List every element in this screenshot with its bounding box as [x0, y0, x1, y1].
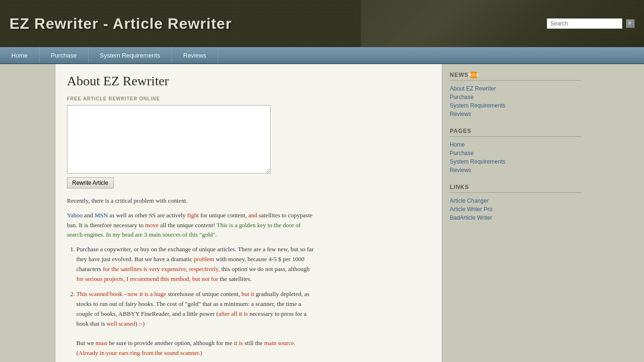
sidebar-link-article-changer[interactable]: Article Changer: [450, 197, 581, 205]
article-textarea[interactable]: [67, 105, 271, 173]
sidebar-pages-section: PAGES Home Purchase System Requirements …: [450, 128, 581, 174]
sidebar-news-about[interactable]: About EZ Rewriter: [450, 84, 581, 93]
textarea-wrapper: [67, 105, 430, 173]
body-paragraph-1: Yahoo and MSN as well as other SS are ac…: [67, 211, 317, 240]
sidebar-news-purchase[interactable]: Purchase: [450, 93, 581, 101]
free-label: FREE ARTICLE REWRITER ONLINE: [67, 96, 430, 101]
text-golden: This is a golden key to the door of sear…: [67, 222, 301, 239]
header-right: 🔍: [547, 18, 635, 29]
list-item-2: This scanned book - now it is a huge sto…: [76, 289, 317, 358]
article-text: Recently, there is a critical problem wi…: [67, 196, 317, 362]
sidebar: NEWS RSS About EZ Rewriter Purchase Syst…: [442, 64, 588, 362]
list-item-2-extra: But we must be sure to provide another o…: [76, 339, 296, 356]
list-item-1-text: Purchase a copywriter, or buy on the exc…: [76, 246, 314, 282]
sidebar-link-article-writer-pro[interactable]: Article Writer Pro: [450, 205, 581, 214]
nav-system-requirements[interactable]: System Requirements: [89, 47, 172, 63]
nav-home[interactable]: Home: [0, 47, 40, 63]
sidebar-pages-home[interactable]: Home: [450, 140, 581, 149]
intro-paragraph: Recently, there is a critical problem wi…: [67, 196, 317, 206]
sidebar-pages-reviews[interactable]: Reviews: [450, 166, 581, 174]
sidebar-news-title: NEWS RSS: [450, 72, 581, 81]
text-msn: MSN: [95, 212, 108, 219]
sidebar-pages-purchase[interactable]: Purchase: [450, 149, 581, 157]
main-nav: Home Purchase System Requirements Review…: [0, 47, 644, 64]
sidebar-links-section: LINKS Article Changer Article Writer Pro…: [450, 184, 581, 222]
text-and: and: [248, 212, 257, 219]
header: EZ Rewriter - Article Rewriter 🔍: [0, 0, 644, 47]
main-list: Purchase a copywriter, or buy on the exc…: [76, 245, 317, 362]
sidebar-pages-sysreq[interactable]: System Requirements: [450, 157, 581, 166]
text-move: move: [145, 222, 159, 229]
content-area: About EZ Rewriter FREE ARTICLE REWRITER …: [56, 64, 442, 362]
main-wrapper: About EZ Rewriter FREE ARTICLE REWRITER …: [56, 64, 588, 362]
nav-purchase[interactable]: Purchase: [40, 47, 89, 63]
search-submit-button[interactable]: 🔍: [626, 19, 635, 28]
sidebar-pages-title: PAGES: [450, 128, 581, 137]
text-fight: fight: [187, 212, 199, 219]
text-yahoo: Yahoo: [67, 212, 83, 219]
news-label: NEWS: [450, 72, 469, 78]
sidebar-links-title: LINKS: [450, 184, 581, 193]
sidebar-news-section: NEWS RSS About EZ Rewriter Purchase Syst…: [450, 72, 581, 118]
list-item-2-text: This scanned book - now it is a huge sto…: [76, 290, 309, 327]
sidebar-link-badarticle-writer[interactable]: BadArticle Writer: [450, 214, 581, 222]
rss-icon: RSS: [471, 72, 477, 78]
page-title: About EZ Rewriter: [67, 74, 430, 89]
sidebar-news-sysreq[interactable]: System Requirements: [450, 101, 581, 110]
search-input[interactable]: [547, 18, 622, 29]
site-title: EZ Rewriter - Article Rewriter: [9, 15, 232, 33]
sidebar-news-reviews[interactable]: Reviews: [450, 110, 581, 118]
list-item-1: Purchase a copywriter, or buy on the exc…: [76, 245, 317, 284]
rewrite-article-button[interactable]: Rewrite Article: [67, 177, 114, 189]
nav-reviews[interactable]: Reviews: [172, 47, 218, 63]
